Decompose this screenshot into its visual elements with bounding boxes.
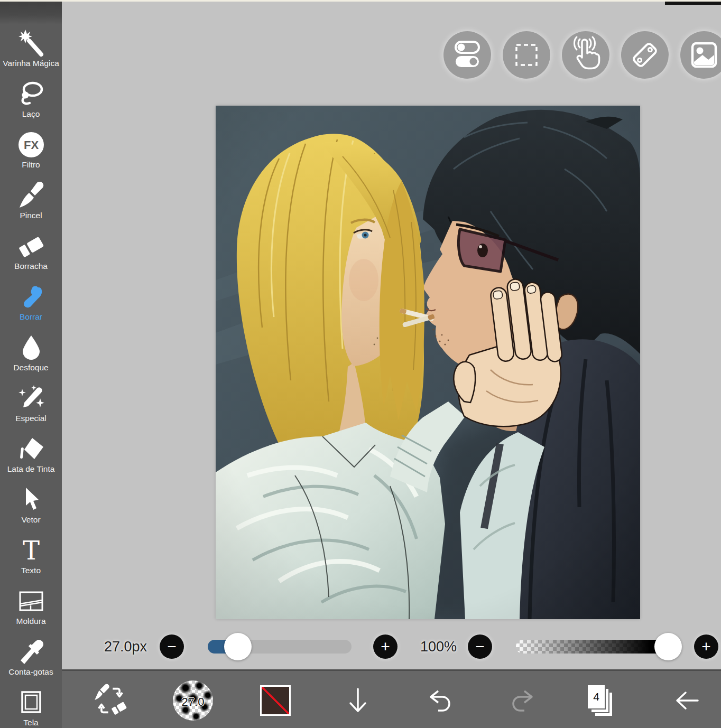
- import-image-button[interactable]: [680, 31, 721, 79]
- brush-size-readout: 27.0: [173, 695, 213, 709]
- artwork-two-characters: [216, 106, 640, 619]
- brush-size-decrease-button[interactable]: −: [160, 634, 184, 659]
- opacity-increase-button[interactable]: +: [694, 634, 718, 659]
- sidebar-item-especial[interactable]: Especial: [0, 379, 62, 430]
- paint-bucket-icon: [17, 430, 45, 463]
- text-tool-icon: T: [17, 531, 45, 564]
- back-button[interactable]: [672, 686, 702, 715]
- brush-preview-thumbnail: 27.0: [173, 680, 213, 721]
- tool-label: Filtro: [22, 160, 40, 170]
- canvas-icon: [17, 684, 45, 716]
- top-right-black-bar: [665, 2, 721, 5]
- fx-filter-icon: FX: [17, 126, 45, 158]
- sidebar-item-varinha-magica[interactable]: Varinha Mágica: [0, 24, 62, 75]
- blur-drop-icon: [17, 329, 45, 361]
- brush-eraser-swap-icon: [94, 684, 127, 717]
- tool-sidebar: Varinha Mágica Laço FX Filtro: [0, 2, 62, 728]
- svg-text:T: T: [22, 537, 39, 564]
- tap-hand-icon: [562, 32, 609, 78]
- sidebar-item-tela[interactable]: Tela: [0, 684, 62, 728]
- sidebar-header: [0, 2, 62, 24]
- tool-label: Borracha: [14, 262, 48, 271]
- tool-label: Conta-gotas: [8, 667, 53, 677]
- brush-size-value: 27.0px: [104, 639, 147, 655]
- layers-stack-icon: 4: [587, 684, 620, 717]
- tool-label: Especial: [15, 414, 47, 423]
- swap-brush-eraser-button[interactable]: [94, 684, 127, 717]
- vector-cursor-icon: [17, 481, 45, 514]
- sidebar-item-vetor[interactable]: Vetor: [0, 481, 62, 531]
- top-edge-strip: [0, 0, 721, 2]
- sidebar-item-laco[interactable]: Laço: [0, 75, 62, 126]
- frame-icon: [17, 582, 45, 615]
- app-window: Varinha Mágica Laço FX Filtro: [0, 0, 721, 728]
- eraser-icon: [17, 227, 45, 260]
- color-swatch-button[interactable]: [260, 685, 291, 716]
- tool-label: Texto: [21, 566, 41, 575]
- brush-size-increase-button[interactable]: +: [373, 634, 398, 659]
- marquee-icon: [503, 32, 550, 78]
- toggles-icon: [444, 32, 491, 78]
- brush-icon: [17, 176, 45, 209]
- redo-icon: [507, 686, 537, 715]
- selection-button[interactable]: [503, 31, 550, 79]
- tool-label: Tela: [23, 718, 38, 727]
- layers-button[interactable]: 4: [587, 684, 620, 717]
- sidebar-item-texto[interactable]: T Texto: [0, 531, 62, 582]
- eyedropper-icon: [17, 633, 45, 666]
- bottom-toolbar: 27.0 4: [62, 669, 721, 728]
- sidebar-item-moldura[interactable]: Moldura: [0, 582, 62, 633]
- brush-size-slider[interactable]: [208, 640, 352, 654]
- sidebar-item-lata-de-tinta[interactable]: Lata de Tinta: [0, 430, 62, 481]
- opacity-decrease-button[interactable]: −: [468, 634, 492, 659]
- tool-label: Vetor: [21, 515, 40, 525]
- ruler-icon: [622, 32, 668, 78]
- magic-wand-icon: [17, 24, 45, 57]
- quick-settings-button[interactable]: [443, 31, 491, 79]
- layer-count-badge: 4: [587, 684, 606, 710]
- sidebar-item-filtro[interactable]: FX Filtro: [0, 126, 62, 176]
- collapse-panel-button[interactable]: [343, 686, 373, 715]
- touch-gesture-button[interactable]: [562, 31, 609, 79]
- tool-label: Moldura: [16, 617, 46, 626]
- undo-icon: [426, 686, 455, 715]
- sidebar-item-borrar[interactable]: Borrar: [0, 278, 62, 329]
- undo-button[interactable]: [426, 686, 455, 715]
- brush-preview-button[interactable]: 27.0: [173, 680, 213, 721]
- sidebar-item-desfoque[interactable]: Desfoque: [0, 329, 62, 379]
- tool-label: Lata de Tinta: [7, 464, 55, 474]
- tool-label: Borrar: [20, 312, 42, 322]
- smudge-finger-icon: [17, 278, 45, 311]
- tool-label: Desfoque: [13, 363, 48, 372]
- opacity-slider[interactable]: [516, 640, 668, 654]
- sidebar-item-borracha[interactable]: Borracha: [0, 227, 62, 278]
- drawing-canvas[interactable]: [216, 106, 640, 619]
- redo-button[interactable]: [507, 686, 537, 715]
- image-icon: [681, 32, 721, 78]
- opacity-value: 100%: [420, 639, 457, 655]
- special-pen-icon: [17, 379, 45, 412]
- tool-label: Pincel: [20, 211, 42, 220]
- svg-text:FX: FX: [23, 138, 38, 152]
- current-color-swatch: [260, 685, 291, 716]
- tool-label: Varinha Mágica: [3, 59, 59, 68]
- ruler-button[interactable]: [621, 31, 669, 79]
- down-arrow-icon: [343, 686, 373, 715]
- sidebar-item-pincel[interactable]: Pincel: [0, 176, 62, 227]
- sidebar-item-conta-gotas[interactable]: Conta-gotas: [0, 633, 62, 684]
- opacity-slider-thumb[interactable]: [654, 633, 682, 660]
- left-arrow-icon: [672, 686, 702, 715]
- brush-size-slider-thumb[interactable]: [224, 633, 252, 660]
- lasso-icon: [17, 75, 45, 108]
- tool-label: Laço: [22, 109, 40, 119]
